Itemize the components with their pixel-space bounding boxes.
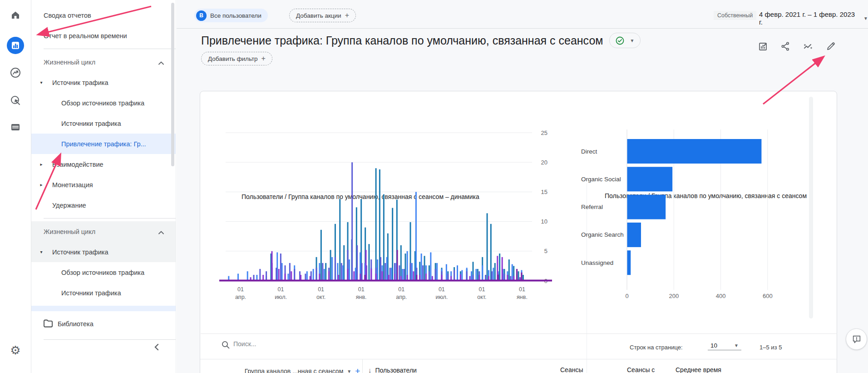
- sidebar-item[interactable]: ▸Взаимодействие: [31, 154, 176, 174]
- nav-rail: ⚙: [0, 0, 31, 373]
- caret-expanded-icon[interactable]: ▾: [36, 80, 47, 85]
- insights-icon[interactable]: [802, 41, 814, 54]
- sort-desc-icon: ↓: [368, 366, 372, 373]
- sidebar-item[interactable]: Обзор источников трафика: [31, 93, 176, 113]
- sidebar-item-label: Обзор источников трафика: [61, 99, 144, 107]
- caret-collapsed-icon[interactable]: ▸: [36, 162, 47, 167]
- advertising-icon[interactable]: [5, 90, 26, 112]
- sidebar-item-label: Удержание: [52, 202, 86, 209]
- sidebar-item-label: Монетизация: [52, 181, 93, 189]
- sidebar-item-label: Жизненный цикл: [44, 228, 95, 235]
- caret-collapsed-icon[interactable]: ▸: [36, 182, 47, 187]
- sidebar-item-label: Жизненный цикл: [44, 59, 95, 66]
- reports-sidebar: Сводка отчетовОтчет в реальном времениЖи…: [31, 0, 176, 373]
- comparison-chip-all-users[interactable]: В Все пользователи: [194, 9, 268, 22]
- sidebar-item-label: Привлечение трафика: Гр...: [61, 140, 146, 148]
- customize-report-icon[interactable]: [758, 41, 769, 54]
- header-divider: [177, 28, 868, 29]
- sidebar-item-label: Источники трафика: [61, 120, 121, 127]
- sidebar-item-label: Обзор источников трафика: [61, 269, 144, 276]
- sidebar-item[interactable]: Источники трафика: [31, 283, 176, 303]
- sidebar-item-label: Отчет в реальном времени: [44, 32, 127, 40]
- add-dimension-icon[interactable]: +: [355, 366, 360, 373]
- sidebar-section-header[interactable]: Жизненный цикл: [31, 52, 176, 72]
- edit-pencil-icon[interactable]: [825, 41, 836, 54]
- report-status-pill[interactable]: ▼: [609, 33, 641, 48]
- plus-icon: +: [261, 55, 266, 63]
- add-comparison-chip[interactable]: Добавить акции +: [289, 9, 356, 22]
- caret-down-icon: ▼: [863, 16, 868, 21]
- sidebar-divider: [44, 49, 176, 49]
- explore-icon[interactable]: [5, 62, 26, 84]
- add-filter-chip[interactable]: Добавить фильтр +: [201, 52, 272, 65]
- sidebar-item[interactable]: ▸Монетизация: [31, 174, 176, 195]
- sidebar-item-label: Взаимодействие: [52, 161, 104, 168]
- sidebar-item[interactable]: Сводка отчетов: [31, 5, 176, 25]
- sidebar-item-label: Сводка отчетов: [44, 12, 91, 19]
- sidebar-item[interactable]: Удержание: [31, 195, 176, 215]
- feedback-bubble-icon: [852, 334, 862, 344]
- reports-active-circle: [7, 37, 24, 54]
- sidebar-divider: [44, 339, 176, 340]
- sidebar-section-header[interactable]: Жизненный цикл: [31, 221, 176, 242]
- admin-gear-icon[interactable]: ⚙: [5, 339, 26, 361]
- sidebar-item-library[interactable]: Библиотека: [31, 311, 176, 337]
- sidebar-item-label: Источники трафика: [61, 289, 121, 297]
- barchart-title: Пользователи / Группа каналов по умолчан…: [605, 190, 859, 202]
- page-title: Привлечение трафика: Группа каналов по у…: [201, 34, 603, 47]
- caret-down-icon: ▼: [630, 38, 634, 43]
- table-toolbar: Строк на странице: 10 ▼ 1–5 из 5: [200, 334, 838, 359]
- sidebar-item[interactable]: ▾Источник трафика: [31, 242, 176, 262]
- check-circle-icon: [616, 36, 624, 45]
- column-header-users[interactable]: ↓ Пользователи: [368, 366, 417, 373]
- sidebar-item[interactable]: Отчет в реальном времени: [31, 25, 176, 46]
- comparison-label: Все пользователи: [210, 12, 261, 19]
- rows-per-page-select[interactable]: 10 ▼: [708, 341, 741, 350]
- feedback-button[interactable]: [846, 328, 867, 350]
- search-input[interactable]: [233, 340, 488, 348]
- sidebar-item[interactable]: Обзор источников трафика: [31, 262, 176, 283]
- chevron-up-icon[interactable]: [158, 59, 164, 66]
- comparison-avatar: В: [196, 10, 207, 21]
- chevron-up-icon[interactable]: [158, 229, 164, 236]
- pagination-range: 1–5 из 5: [760, 344, 782, 351]
- sidebar-item[interactable]: Привлечение трафика: Гр...: [31, 134, 176, 154]
- sidebar-item[interactable]: ▾Источник трафика: [31, 72, 176, 93]
- sidebar-item-label: Библиотека: [58, 320, 94, 328]
- rows-per-page-label: Строк на странице:: [630, 344, 683, 351]
- caret-down-icon: ▼: [347, 369, 351, 373]
- date-type-badge: Собственный: [714, 11, 756, 20]
- search-icon: [221, 340, 230, 349]
- caret-down-icon: ▼: [734, 343, 739, 348]
- sidebar-item-label: Источник трафика: [52, 79, 108, 86]
- library-icon[interactable]: [5, 116, 26, 138]
- date-range-picker[interactable]: 4 февр. 2021 г. – 1 февр. 2023 г. ▼: [759, 10, 868, 26]
- caret-expanded-icon[interactable]: ▾: [36, 249, 47, 254]
- sidebar-item[interactable]: Источники трафика: [31, 113, 176, 134]
- timeline-chart-title: Пользователи / Группа каналов по умолчан…: [242, 193, 479, 200]
- sidebar-partial-selected-item[interactable]: [31, 306, 176, 311]
- home-icon[interactable]: [5, 4, 26, 26]
- folder-icon: [43, 319, 58, 329]
- column-header-sessions[interactable]: Сеансы: [560, 366, 583, 373]
- report-card: Пользователи / Группа каналов по умолчан…: [200, 91, 837, 373]
- column-header-avg-time[interactable]: Среднее время: [676, 366, 721, 373]
- sidebar-item-label: Источник трафика: [52, 249, 108, 256]
- table-head-divider: [200, 359, 837, 359]
- reports-icon[interactable]: [5, 35, 26, 56]
- collapse-sidebar-icon[interactable]: [153, 343, 160, 353]
- column-header-channel-group[interactable]: Группа каналов ...нная с сеансом ▼ +: [227, 366, 377, 373]
- plus-icon: +: [345, 11, 349, 20]
- sidebar-scrollbar[interactable]: [171, 3, 174, 166]
- barchart-scrollbar[interactable]: [809, 97, 813, 318]
- main-content: В Все пользователи Добавить акции + Собс…: [177, 0, 868, 373]
- share-icon[interactable]: [780, 41, 791, 54]
- sidebar-divider: [44, 218, 176, 219]
- column-header-engaged-sessions[interactable]: Сеансы с: [627, 366, 655, 373]
